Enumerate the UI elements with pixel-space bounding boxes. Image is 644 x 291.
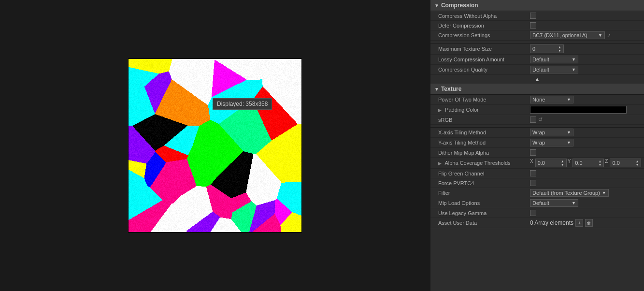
compression-settings-row: Compression Settings BC7 (DX11, optional… — [430, 30, 644, 41]
use-legacy-gamma-value — [530, 210, 640, 216]
y-axis-tiling-row: Y-axis Tiling Method Wrap ▼ — [430, 138, 644, 148]
mip-load-dropdown-arrow-icon: ▼ — [570, 201, 576, 205]
filter-label: Filter — [438, 190, 530, 196]
asset-array-count: 0 Array elements — [530, 219, 573, 226]
texture-arrow-icon: ▼ — [434, 87, 439, 92]
use-legacy-gamma-row: Use Legacy Gamma — [430, 208, 644, 218]
max-texture-size-input[interactable]: 0 ▲▼ — [530, 44, 564, 53]
filter-dropdown-text: Default (from Texture Group) — [532, 190, 600, 196]
collapse-arrow-area[interactable]: ▲ — [430, 75, 644, 84]
lossy-compression-value: Default ▼ — [530, 56, 640, 63]
alpha-z-arrows-icon: ▲▼ — [636, 160, 639, 166]
compression-settings-link-icon[interactable]: ↗ — [607, 33, 611, 38]
texture-section-header[interactable]: ▼ Texture — [430, 84, 644, 95]
filter-dropdown[interactable]: Default (from Texture Group) ▼ — [530, 189, 609, 197]
compression-quality-dropdown-text: Default — [532, 67, 549, 73]
use-legacy-gamma-checkbox[interactable] — [530, 210, 536, 216]
power-of-two-dropdown[interactable]: None ▼ — [530, 96, 573, 103]
mip-load-value: Default ▼ — [530, 199, 640, 207]
dither-mip-row: Dither Mip Map Alpha — [430, 148, 644, 158]
collapse-arrow-icon: ▲ — [534, 76, 540, 83]
filter-value: Default (from Texture Group) ▼ — [530, 189, 640, 197]
srgb-reset-icon[interactable]: ↺ — [538, 116, 543, 123]
lossy-compression-dropdown[interactable]: Default ▼ — [530, 56, 578, 63]
y-axis-dropdown-text: Wrap — [532, 140, 545, 146]
max-texture-size-number: 0 — [532, 46, 535, 52]
x-axis-tiling-label: X-axis Tiling Method — [438, 130, 530, 135]
mip-load-row: Mip Load Options Default ▼ — [430, 198, 644, 208]
power-of-two-dropdown-text: None — [532, 97, 545, 102]
padding-color-text: Padding Color — [445, 107, 479, 113]
srgb-controls: ↺ — [530, 116, 543, 123]
tooltip: Displayed: 358x358 — [213, 98, 272, 110]
defer-compression-label: Defer Compression — [438, 23, 530, 29]
alpha-coverage-text: Alpha Coverage Thresholds — [444, 160, 510, 166]
flip-green-value — [530, 170, 640, 176]
alpha-coverage-row: ▶ Alpha Coverage Thresholds X 0.0 ▲▼ Y 0… — [430, 158, 644, 169]
dither-mip-checkbox[interactable] — [530, 149, 536, 156]
alpha-x-arrows-icon: ▲▼ — [561, 160, 564, 166]
alpha-coverage-expand-icon: ▶ — [438, 161, 442, 166]
alpha-y-arrows-icon: ▲▼ — [598, 160, 601, 166]
mip-load-dropdown[interactable]: Default ▼ — [530, 199, 578, 207]
lossy-compression-label: Lossy Compression Amount — [438, 57, 530, 62]
alpha-x-input[interactable]: 0.0 ▲▼ — [535, 159, 567, 167]
compression-settings-dropdown-arrow-icon: ▼ — [596, 33, 602, 38]
alpha-y-label: Y — [568, 159, 571, 167]
lossy-compression-row: Lossy Compression Amount Default ▼ — [430, 55, 644, 65]
compression-settings-dropdown-text: BC7 (DX11, optional A) — [532, 32, 587, 38]
compression-quality-value: Default ▼ — [530, 66, 640, 73]
compress-without-alpha-row: Compress Without Alpha — [430, 11, 644, 21]
x-axis-tiling-dropdown[interactable]: Wrap ▼ — [530, 129, 573, 136]
texture-canvas — [129, 59, 301, 232]
lossy-dropdown-arrow-icon: ▼ — [570, 57, 576, 62]
defer-compression-checkbox[interactable] — [530, 22, 536, 29]
flip-green-row: Flip Green Channel — [430, 169, 644, 178]
power-of-two-value: None ▼ — [530, 96, 640, 103]
alpha-z-label: Z — [605, 159, 608, 167]
compression-settings-value: BC7 (DX11, optional A) ▼ ↗ — [530, 31, 640, 39]
padding-color-row: ▶ Padding Color — [430, 105, 644, 115]
force-pvrtc4-checkbox[interactable] — [530, 180, 536, 186]
force-pvrtc4-value — [530, 180, 640, 186]
x-axis-tiling-value: Wrap ▼ — [530, 129, 640, 136]
padding-color-swatch[interactable] — [530, 106, 627, 114]
y-axis-tiling-dropdown[interactable]: Wrap ▼ — [530, 139, 573, 146]
asset-remove-button[interactable]: 🗑 — [585, 219, 593, 227]
compression-quality-dropdown-arrow-icon: ▼ — [570, 67, 576, 72]
use-legacy-gamma-label: Use Legacy Gamma — [438, 210, 530, 216]
compression-arrow-icon: ▼ — [434, 3, 439, 8]
dither-mip-value — [530, 149, 640, 156]
filter-dropdown-arrow-icon: ▼ — [600, 190, 606, 195]
srgb-checkbox[interactable] — [530, 116, 536, 123]
srgb-row: sRGB ↺ — [430, 115, 644, 125]
dither-mip-label: Dither Mip Map Alpha — [438, 150, 530, 156]
alpha-y-input[interactable]: 0.0 ▲▼ — [572, 159, 604, 167]
texture-preview: Displayed: 358x358 — [128, 58, 302, 233]
y-axis-tiling-value: Wrap ▼ — [530, 139, 640, 146]
alpha-coverage-label: ▶ Alpha Coverage Thresholds — [438, 160, 530, 166]
force-pvrtc4-label: Force PVRTC4 — [438, 180, 530, 186]
flip-green-checkbox[interactable] — [530, 170, 536, 176]
alpha-coverage-xyz: X 0.0 ▲▼ Y 0.0 ▲▼ Z 0.0 ▲▼ — [530, 159, 641, 167]
compress-without-alpha-checkbox[interactable] — [530, 13, 536, 19]
compression-settings-dropdown[interactable]: BC7 (DX11, optional A) ▼ — [530, 31, 605, 39]
power-of-two-dropdown-arrow-icon: ▼ — [565, 97, 571, 102]
alpha-coverage-value: X 0.0 ▲▼ Y 0.0 ▲▼ Z 0.0 ▲▼ — [530, 159, 641, 167]
power-of-two-row: Power Of Two Mode None ▼ — [430, 95, 644, 105]
alpha-x-value: 0.0 — [538, 160, 545, 166]
asset-add-button[interactable]: + — [575, 219, 583, 227]
max-texture-size-arrows-icon: ▲▼ — [558, 45, 561, 52]
compress-without-alpha-value — [530, 13, 640, 19]
alpha-x-label: X — [530, 159, 533, 167]
alpha-y-value: 0.0 — [575, 160, 582, 166]
compression-quality-row: Compression Quality Default ▼ — [430, 65, 644, 75]
flip-green-label: Flip Green Channel — [438, 171, 530, 176]
x-axis-tiling-row: X-axis Tiling Method Wrap ▼ — [430, 128, 644, 138]
compression-settings-label: Compression Settings — [438, 32, 530, 38]
compression-section-header[interactable]: ▼ Compression — [430, 0, 644, 11]
filter-row: Filter Default (from Texture Group) ▼ — [430, 188, 644, 198]
compression-quality-dropdown[interactable]: Default ▼ — [530, 66, 578, 73]
alpha-z-input[interactable]: 0.0 ▲▼ — [610, 159, 641, 167]
mip-load-label: Mip Load Options — [438, 200, 530, 206]
